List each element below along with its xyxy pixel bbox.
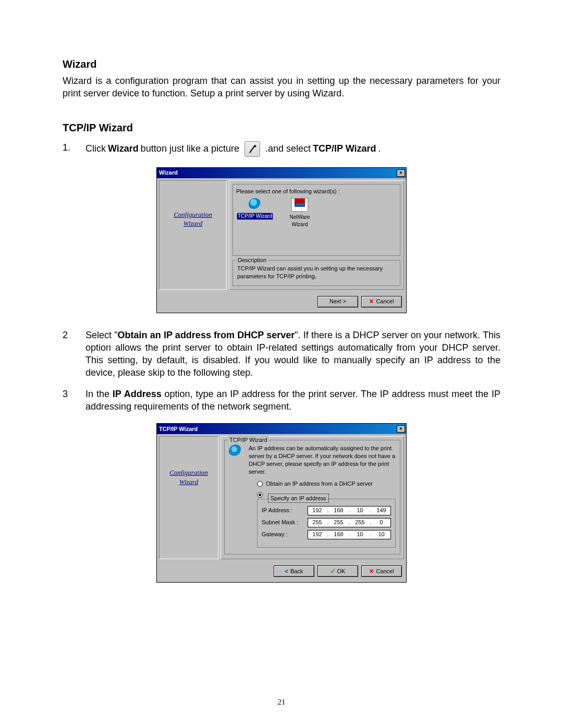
magic-wand-icon bbox=[248, 144, 257, 154]
section-heading-tcpip: TCP/IP Wizard bbox=[63, 121, 500, 135]
description-text: TCP/IP Wizard can assist you in setting … bbox=[237, 265, 383, 279]
gw-oct1: 192 bbox=[310, 530, 325, 538]
back-button-label: Back bbox=[290, 567, 303, 575]
netware-icon bbox=[291, 198, 308, 212]
wizard-item-tcpip-label: TCP/IP Wizard bbox=[237, 213, 273, 220]
radio-icon bbox=[257, 492, 263, 498]
step-number-3: 3 bbox=[63, 388, 73, 413]
next-button[interactable]: Next > bbox=[317, 296, 358, 307]
wizard-dialog: Wizard × Configuration Wizard Please sel… bbox=[156, 167, 407, 313]
label-mask: Subnet Mask : bbox=[262, 519, 303, 526]
wizard-item-tcpip[interactable]: TCP/IP Wizard bbox=[236, 198, 274, 228]
ok-button[interactable]: ✓ OK bbox=[317, 565, 358, 577]
tcpip-group-legend: TCP/IP Wizard bbox=[228, 436, 269, 444]
tcpip-wizard-dialog: TCP/IP Wizard × Configuration Wizard TCP… bbox=[156, 423, 407, 583]
ok-button-label: OK bbox=[337, 567, 346, 575]
mask-oct3: 255 bbox=[352, 519, 368, 526]
side-text-2: Wizard bbox=[179, 478, 198, 486]
cancel-x-icon: ✕ bbox=[369, 567, 374, 575]
subnet-mask-field[interactable]: 255. 255. 255. 0 bbox=[308, 518, 391, 527]
step1-text-d: .and select bbox=[265, 142, 311, 155]
step3-text-b: IP Address bbox=[113, 389, 162, 399]
gateway-field[interactable]: 192. 168. 10. 10 bbox=[308, 530, 391, 539]
mask-oct4: 0 bbox=[374, 519, 389, 526]
description-legend: Description bbox=[236, 256, 268, 264]
step1-text-f: . bbox=[378, 142, 381, 155]
wizard-item-netware-label1: NetWare bbox=[289, 214, 310, 220]
cancel-button-label: Cancel bbox=[376, 567, 394, 575]
step-3-body: In the IP Address option, type an IP add… bbox=[85, 388, 500, 413]
wizard-side-panel: Configuration Wizard bbox=[159, 180, 227, 290]
step2-text-a: Select " bbox=[85, 330, 118, 340]
step2-text-b: Obtain an IP address from DHCP server bbox=[118, 330, 295, 340]
cancel-button[interactable]: ✕ Cancel bbox=[361, 565, 402, 577]
side-text-1: Configuration bbox=[169, 468, 208, 476]
wizard-select-area: Please select one of following wizard(s)… bbox=[232, 184, 400, 256]
step1-text-e: TCP/IP Wizard bbox=[313, 142, 376, 155]
label-ip: IP Address : bbox=[262, 507, 303, 514]
ip-address-field[interactable]: 192. 168. 10. 149 bbox=[308, 506, 391, 515]
side-text-2: Wizard bbox=[183, 219, 202, 227]
specify-ip-group: Specify an IP address IP Address : 192. … bbox=[257, 499, 396, 548]
mask-oct1: 255 bbox=[310, 519, 325, 526]
wizard-toolbar-icon bbox=[244, 141, 260, 157]
step3-text-a: In the bbox=[85, 389, 113, 399]
description-group: Description TCP/IP Wizard can assist you… bbox=[232, 260, 400, 286]
wizard-intro-text: Wizard is a configuration program that c… bbox=[63, 75, 500, 100]
wizard-item-netware[interactable]: NetWare Wizard bbox=[281, 198, 319, 228]
step-number-1: 1. bbox=[63, 141, 73, 157]
step-number-2: 2 bbox=[63, 329, 73, 379]
tcpip-dialog-titlebar: TCP/IP Wizard × bbox=[157, 424, 406, 434]
wizard-prompt: Please select one of following wizard(s)… bbox=[236, 188, 397, 195]
tcpip-intro-text: An IP address can be automatically assig… bbox=[249, 445, 396, 475]
tcpip-side-panel: Configuration Wizard bbox=[159, 436, 218, 559]
specify-legend: Specify an IP address bbox=[269, 495, 328, 502]
close-button[interactable]: × bbox=[397, 425, 405, 433]
ip-oct3: 10 bbox=[352, 507, 368, 514]
wizard-dialog-titlebar: Wizard × bbox=[157, 168, 406, 178]
wizard-dialog-title: Wizard bbox=[159, 169, 178, 177]
cancel-button-label: Cancel bbox=[376, 298, 394, 305]
check-icon: ✓ bbox=[331, 567, 335, 575]
gw-oct4: 10 bbox=[374, 530, 389, 538]
close-button[interactable]: × bbox=[397, 169, 405, 177]
next-button-label: Next > bbox=[329, 298, 346, 305]
arrow-left-icon: < bbox=[285, 567, 288, 575]
step-1-body: Click Wizard button just like a picture … bbox=[85, 141, 500, 157]
step1-text-a: Click bbox=[85, 142, 106, 155]
tcpip-group: TCP/IP Wizard An IP address can be autom… bbox=[224, 440, 400, 554]
ip-oct1: 192 bbox=[310, 507, 325, 514]
radio-dhcp[interactable]: Obtain an IP address from a DHCP server bbox=[257, 480, 396, 488]
gw-oct2: 168 bbox=[331, 530, 347, 538]
cancel-x-icon: ✕ bbox=[369, 298, 374, 305]
radio-dhcp-label: Obtain an IP address from a DHCP server bbox=[266, 480, 373, 488]
tcpip-dialog-title: TCP/IP Wizard bbox=[159, 425, 198, 433]
gw-oct3: 10 bbox=[352, 530, 368, 538]
step1-text-c: button just like a picture bbox=[141, 142, 239, 155]
back-button[interactable]: < Back bbox=[274, 565, 314, 577]
step-2-body: Select "Obtain an IP address from DHCP s… bbox=[85, 329, 500, 379]
ip-oct2: 168 bbox=[331, 507, 347, 514]
label-gateway: Gateway : bbox=[262, 530, 303, 538]
mask-oct2: 255 bbox=[331, 519, 347, 526]
wizard-item-netware-label2: Wizard bbox=[291, 221, 308, 227]
ip-oct4: 149 bbox=[374, 507, 389, 514]
globe-icon bbox=[249, 198, 261, 211]
step1-text-b: Wizard bbox=[108, 142, 139, 155]
cancel-button[interactable]: ✕ Cancel bbox=[361, 296, 402, 307]
page-number: 21 bbox=[0, 697, 563, 707]
globe-icon bbox=[229, 445, 242, 458]
radio-icon bbox=[257, 481, 263, 487]
side-text-1: Configuration bbox=[174, 211, 212, 218]
section-heading-wizard: Wizard bbox=[63, 57, 500, 71]
